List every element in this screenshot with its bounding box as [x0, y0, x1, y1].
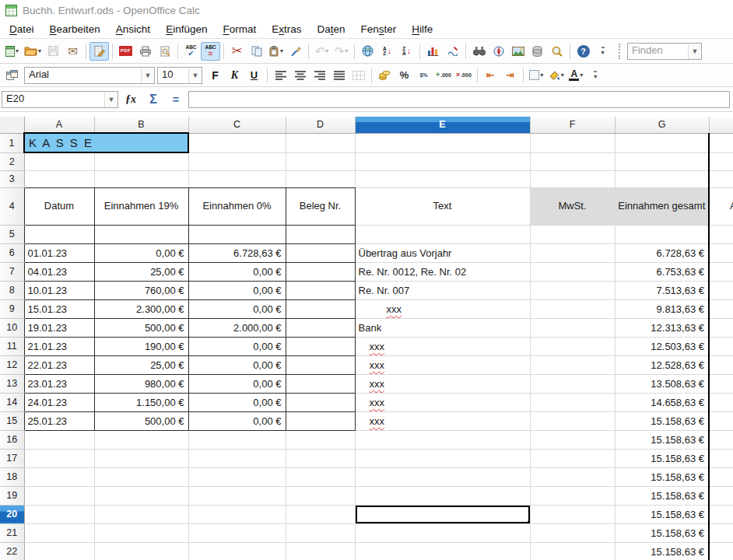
cell-H1[interactable]	[709, 133, 733, 152]
row-header-13[interactable]: 13	[0, 374, 24, 393]
row-header-19[interactable]: 19	[0, 486, 24, 505]
cell-F8[interactable]	[530, 281, 615, 299]
currency-format-button[interactable]	[375, 66, 395, 85]
auto-spellcheck-button[interactable]: ABC≈	[201, 42, 220, 61]
cell-A16[interactable]	[24, 430, 94, 449]
cell-A1-title[interactable]: K A S S E	[24, 133, 188, 152]
cell-G17[interactable]: 15.158,63 €	[615, 449, 709, 467]
name-box[interactable]: E20 ▼	[2, 91, 118, 108]
font-name-combobox[interactable]: Arial ▼	[24, 67, 155, 84]
menu-ansicht[interactable]: Ansicht	[108, 22, 158, 37]
cell-E10[interactable]: Bank	[355, 318, 530, 337]
cell-C7[interactable]: 0,00 €	[188, 262, 286, 281]
cell-B10[interactable]: 500,00 €	[94, 318, 188, 337]
cell-G16[interactable]: 15.158,63 €	[615, 430, 709, 449]
hyperlink-button[interactable]	[358, 42, 377, 61]
cell-F11[interactable]	[530, 337, 615, 355]
print-file-button[interactable]	[135, 42, 155, 61]
cell-A18[interactable]	[24, 467, 94, 486]
cell-C11[interactable]: 0,00 €	[188, 337, 286, 355]
cell-E19[interactable]	[355, 486, 530, 505]
cell-C8[interactable]: 0,00 €	[188, 281, 286, 299]
help-button[interactable]: ?	[573, 42, 593, 61]
add-decimal-button[interactable]: +.000	[433, 66, 454, 85]
cell-A10[interactable]: 19.01.23	[24, 318, 94, 337]
cell-G2[interactable]	[615, 152, 709, 170]
row-header-8[interactable]: 8	[0, 281, 24, 299]
cell-A12[interactable]: 22.01.23	[24, 355, 94, 374]
selected-cell-E20[interactable]	[355, 505, 530, 523]
cell-G10[interactable]: 12.313,63 €	[615, 318, 709, 337]
find-input[interactable]: Finden	[628, 44, 688, 59]
row-header-6[interactable]: 6	[0, 243, 24, 262]
cell-B8[interactable]: 760,00 €	[94, 281, 188, 299]
cell-G11[interactable]: 12.503,63 €	[615, 337, 709, 355]
dropdown-caret-icon[interactable]: ▾	[16, 47, 19, 54]
chevron-down-icon[interactable]: ▼	[141, 68, 154, 83]
cell-H8[interactable]	[709, 281, 733, 299]
cell-H18[interactable]	[709, 467, 733, 486]
cell-D5[interactable]	[286, 225, 355, 243]
cell-H5[interactable]	[709, 225, 733, 243]
row-header-7[interactable]: 7	[0, 262, 24, 281]
find-replace-button[interactable]	[469, 42, 489, 61]
cell-F3[interactable]	[530, 170, 615, 187]
cell-C21[interactable]	[188, 523, 286, 542]
cell-C13[interactable]: 0,00 €	[188, 374, 286, 393]
row-header-18[interactable]: 18	[0, 467, 24, 486]
cell-E12[interactable]: xxx	[355, 355, 530, 374]
cell-F10[interactable]	[530, 318, 615, 337]
cell-D16[interactable]	[286, 430, 355, 449]
cell-F22[interactable]	[530, 542, 615, 560]
cell-H6[interactable]	[709, 243, 733, 262]
dropdown-caret-icon[interactable]: ▾	[561, 72, 564, 79]
dropdown-caret-icon[interactable]: ▾	[580, 72, 583, 79]
row-header-22[interactable]: 22	[0, 542, 24, 560]
font-size-combobox[interactable]: 10 ▼	[157, 67, 202, 84]
underline-button[interactable]: U	[244, 66, 264, 85]
cell-F19[interactable]	[530, 486, 615, 505]
cell-H9[interactable]	[709, 299, 733, 318]
cell-B21[interactable]	[94, 523, 188, 542]
data-sources-button[interactable]	[528, 42, 547, 61]
page-preview-button[interactable]	[155, 42, 174, 61]
column-header-E[interactable]: E	[355, 117, 530, 133]
cell-H22[interactable]	[709, 542, 733, 560]
chevron-down-icon[interactable]: ▼	[104, 92, 117, 107]
align-justify-button[interactable]	[329, 66, 349, 85]
cell-F2[interactable]	[530, 152, 615, 170]
cell-H14[interactable]	[709, 393, 733, 411]
row-header-3[interactable]: 3	[0, 170, 24, 187]
cell-F9[interactable]	[530, 299, 615, 318]
cell-H2[interactable]	[709, 152, 733, 170]
select-all-corner[interactable]	[0, 117, 24, 133]
cell-A11[interactable]: 21.01.23	[24, 337, 94, 355]
cell-E11[interactable]: xxx	[355, 337, 530, 355]
italic-button[interactable]: K	[225, 66, 244, 85]
cell-A20[interactable]	[24, 505, 94, 523]
cell-C10[interactable]: 2.000,00 €	[188, 318, 286, 337]
cell-D10[interactable]	[286, 318, 355, 337]
cell-H17[interactable]	[709, 449, 733, 467]
increase-indent-button[interactable]: ⇥	[500, 66, 520, 85]
menu-daten[interactable]: Daten	[310, 22, 353, 37]
cell-F18[interactable]	[530, 467, 615, 486]
menu-datei[interactable]: Datei	[2, 22, 42, 37]
cell-B16[interactable]	[94, 430, 188, 449]
cell-H11[interactable]	[709, 337, 733, 355]
cell-F4[interactable]: MwSt.	[530, 187, 615, 225]
cell-F20[interactable]	[530, 505, 615, 523]
cell-A8[interactable]: 10.01.23	[24, 281, 94, 299]
cell-C18[interactable]	[188, 467, 286, 486]
cell-E17[interactable]	[355, 449, 530, 467]
formula-input[interactable]	[188, 91, 730, 108]
cell-G18[interactable]: 15.158,63 €	[615, 467, 709, 486]
row-header-4[interactable]: 4	[0, 187, 24, 225]
toolbar-more-button[interactable]: ▾	[593, 42, 612, 61]
row-header-12[interactable]: 12	[0, 355, 24, 374]
styles-window-button[interactable]	[2, 66, 22, 85]
column-header-F[interactable]: F	[530, 117, 615, 133]
font-name-value[interactable]: Arial	[25, 68, 141, 83]
cell-F21[interactable]	[530, 523, 615, 542]
email-document-button[interactable]: ✉	[63, 42, 82, 61]
